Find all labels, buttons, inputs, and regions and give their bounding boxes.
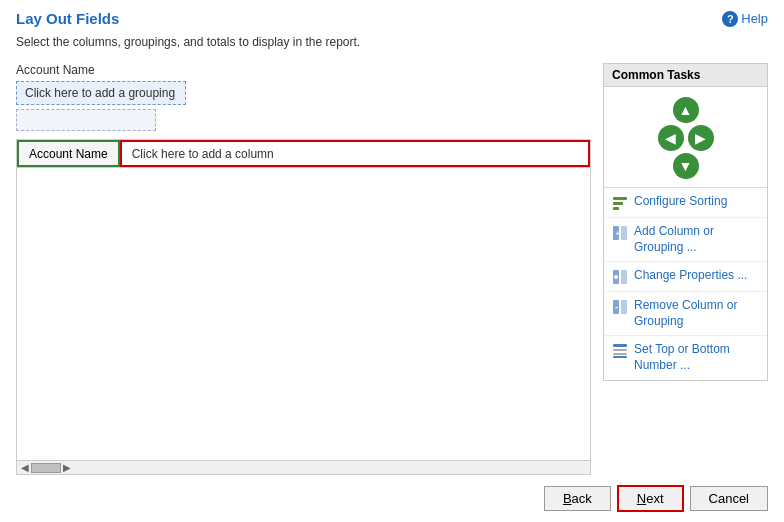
arrow-up-button[interactable]: ▲ [673, 97, 699, 123]
cancel-label: Cancel [709, 491, 749, 506]
svg-text:-: - [615, 302, 618, 312]
scroll-left-arrow[interactable]: ◀ [19, 462, 31, 473]
columns-header-row: Account Name Click here to add a column [17, 140, 590, 168]
page-title: Lay Out Fields [16, 10, 119, 27]
remove-column-grouping-label: Remove Column or Grouping [634, 298, 759, 329]
arrow-right-button[interactable]: ▶ [688, 125, 714, 151]
configure-sorting-label: Configure Sorting [634, 194, 727, 210]
common-tasks-title: Common Tasks [604, 64, 767, 87]
svg-rect-1 [613, 202, 623, 205]
arrow-left-button[interactable]: ◀ [658, 125, 684, 151]
next-button[interactable]: Next [617, 485, 684, 512]
configure-sorting-task[interactable]: Configure Sorting [604, 188, 767, 218]
nav-arrows: ▲ ◀ ▶ ▼ [604, 87, 767, 187]
svg-text:+: + [616, 229, 621, 238]
svg-rect-14 [613, 353, 627, 355]
svg-rect-7 [621, 270, 627, 284]
remove-column-grouping-task[interactable]: - Remove Column or Grouping [604, 292, 767, 336]
change-properties-label: Change Properties ... [634, 268, 747, 284]
help-link[interactable]: ? Help [722, 11, 768, 27]
grouping-sub-placeholder [16, 109, 156, 131]
svg-rect-15 [613, 356, 627, 358]
common-tasks-box: Common Tasks ▲ ◀ ▶ ▼ [603, 63, 768, 381]
columns-body [17, 168, 590, 460]
add-grouping-button[interactable]: Click here to add a grouping [16, 81, 186, 105]
add-column-grouping-label: Add Column or Grouping ... [634, 224, 759, 255]
remove-column-grouping-icon: - [612, 299, 628, 315]
change-properties-icon [612, 269, 628, 285]
help-label: Help [741, 11, 768, 26]
horizontal-scrollbar[interactable]: ◀ ▶ [17, 460, 590, 474]
grouping-label: Account Name [16, 63, 591, 77]
svg-rect-13 [613, 349, 627, 351]
account-name-column-header[interactable]: Account Name [17, 140, 120, 167]
set-top-bottom-label: Set Top or Bottom Number ... [634, 342, 759, 373]
arrow-down-button[interactable]: ▼ [673, 153, 699, 179]
set-top-bottom-task[interactable]: Set Top or Bottom Number ... [604, 336, 767, 379]
back-label: Back [563, 491, 592, 506]
svg-point-8 [614, 275, 618, 279]
svg-rect-12 [613, 344, 627, 347]
page-subtitle: Select the columns, groupings, and total… [16, 35, 768, 49]
svg-rect-4 [621, 226, 627, 240]
add-column-button[interactable]: Click here to add a column [120, 140, 590, 167]
help-icon: ? [722, 11, 738, 27]
svg-rect-10 [621, 300, 627, 314]
add-column-grouping-icon: + [612, 225, 628, 241]
set-top-bottom-icon [612, 343, 628, 359]
add-column-grouping-task[interactable]: + Add Column or Grouping ... [604, 218, 767, 262]
configure-sorting-icon [612, 195, 628, 211]
cancel-button[interactable]: Cancel [690, 486, 768, 511]
columns-area: Account Name Click here to add a column … [16, 139, 591, 475]
svg-rect-0 [613, 197, 627, 200]
change-properties-task[interactable]: Change Properties ... [604, 262, 767, 292]
back-button[interactable]: Back [544, 486, 611, 511]
scroll-right-arrow[interactable]: ▶ [61, 462, 73, 473]
scrollbar-thumb[interactable] [31, 463, 61, 473]
next-label: Next [637, 491, 664, 506]
svg-rect-2 [613, 207, 619, 210]
